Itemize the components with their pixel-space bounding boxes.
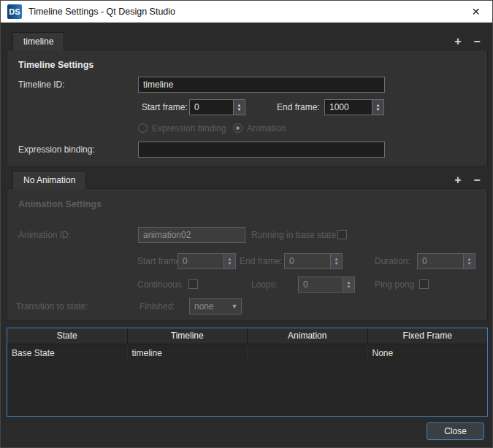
states-table-header: State Timeline Animation Fixed Frame	[7, 328, 487, 344]
anim-start-frame-label: Start frame:	[137, 253, 183, 269]
ping-pong-checkbox	[419, 279, 429, 289]
tab-no-animation-label: No Animation	[23, 175, 75, 185]
spinner-buttons: ▴ ▾	[343, 277, 354, 292]
tab-no-animation[interactable]: No Animation	[12, 171, 86, 189]
timeline-id-label: Timeline ID:	[18, 77, 65, 93]
loops-spinner: ▴ ▾	[298, 277, 355, 293]
end-frame-label: End frame:	[277, 99, 320, 115]
transition-to-state-label: Transition to state:	[16, 298, 88, 314]
spin-down-icon: ▾	[348, 285, 351, 289]
end-frame-value[interactable]	[325, 100, 372, 115]
spin-down-icon: ▾	[229, 261, 232, 266]
start-frame-value[interactable]	[190, 100, 233, 115]
spinner-buttons: ▴ ▾	[463, 254, 475, 269]
start-frame-spinner[interactable]: ▴ ▾	[189, 99, 245, 115]
add-timeline-button[interactable]: +	[451, 35, 465, 48]
anim-end-frame-label: End frame:	[240, 253, 283, 269]
tab-timeline[interactable]: timeline	[12, 32, 64, 50]
col-header-animation[interactable]: Animation	[247, 328, 367, 344]
table-row[interactable]: Base State timeline None	[7, 344, 487, 363]
timeline-settings-dialog: DS Timeline Settings - Qt Design Studio …	[0, 0, 493, 448]
anim-start-frame-value	[178, 254, 223, 269]
finished-dropdown: none ▼	[189, 298, 242, 314]
duration-label: Duration:	[375, 253, 410, 269]
add-animation-button[interactable]: +	[451, 174, 465, 187]
end-frame-spinner[interactable]: ▴ ▾	[324, 99, 384, 115]
cell-fixed-frame[interactable]: None	[367, 344, 488, 363]
duration-value	[418, 254, 463, 269]
cell-state[interactable]: Base State	[7, 344, 127, 363]
tab-timeline-label: timeline	[23, 36, 53, 47]
start-frame-label: Start frame:	[142, 99, 188, 115]
animation-radio-label: Animation	[247, 120, 286, 136]
qt-design-studio-logo-icon: DS	[7, 4, 22, 19]
animation-id-input	[138, 227, 245, 243]
duration-spinner: ▴ ▾	[417, 253, 475, 269]
animation-id-label: Animation ID:	[18, 227, 71, 243]
loops-label: Loops:	[251, 277, 278, 293]
spin-down-icon: ▾	[335, 261, 338, 266]
close-button[interactable]: Close	[427, 422, 484, 440]
expression-binding-radio-label: Expression binding	[152, 120, 226, 136]
titlebar: DS Timeline Settings - Qt Design Studio …	[1, 1, 492, 23]
anim-end-frame-value	[285, 254, 330, 269]
ping-pong-label: Ping pong	[375, 277, 414, 293]
finished-dropdown-value: none	[190, 301, 228, 312]
anim-start-frame-spinner: ▴ ▾	[177, 253, 236, 269]
col-header-fixed-frame[interactable]: Fixed Frame	[367, 328, 488, 344]
remove-timeline-button[interactable]: −	[470, 35, 484, 48]
col-header-timeline[interactable]: Timeline	[127, 328, 248, 344]
spin-down-icon: ▾	[468, 261, 471, 266]
window-close-icon[interactable]: ✕	[459, 1, 492, 23]
expression-binding-input[interactable]	[138, 142, 385, 158]
expression-binding-label: Expression binding:	[18, 142, 95, 158]
expression-binding-radio	[138, 123, 148, 133]
dropdown-arrow-icon: ▼	[228, 303, 241, 310]
cell-timeline[interactable]: timeline	[127, 344, 248, 363]
spinner-buttons[interactable]: ▴ ▾	[372, 100, 383, 115]
spinner-buttons: ▴ ▾	[223, 254, 235, 269]
spin-down-icon[interactable]: ▾	[238, 107, 241, 112]
continuous-label: Continuous	[137, 277, 182, 293]
running-in-base-state-label: Running in base state	[251, 227, 336, 243]
continuous-checkbox	[188, 279, 198, 289]
spin-down-icon[interactable]: ▾	[377, 107, 380, 112]
finished-label: Finished:	[140, 298, 175, 314]
cell-animation[interactable]	[247, 344, 367, 363]
animation-settings-heading: Animation Settings	[18, 199, 102, 209]
anim-end-frame-spinner: ▴ ▾	[284, 253, 343, 269]
spinner-buttons: ▴ ▾	[330, 254, 342, 269]
window-title: Timeline Settings - Qt Design Studio	[28, 7, 175, 17]
running-in-base-state-checkbox	[337, 230, 347, 239]
timeline-settings-heading: Timeline Settings	[18, 60, 93, 70]
spinner-buttons[interactable]: ▴ ▾	[233, 100, 245, 115]
loops-value	[299, 277, 343, 292]
remove-animation-button[interactable]: −	[470, 174, 484, 187]
timeline-id-input[interactable]	[138, 77, 385, 93]
col-header-state[interactable]: State	[7, 328, 127, 344]
animation-radio	[233, 123, 242, 133]
states-table[interactable]: State Timeline Animation Fixed Frame Bas…	[7, 328, 488, 417]
